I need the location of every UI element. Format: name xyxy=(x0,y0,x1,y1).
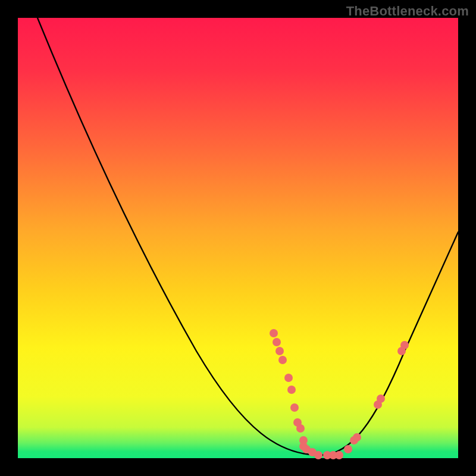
scatter-dot xyxy=(270,329,278,337)
attribution-label: TheBottleneck.com xyxy=(346,4,469,19)
scatter-dot xyxy=(275,347,284,355)
scatter-dots-layer xyxy=(18,18,458,458)
scatter-dot xyxy=(278,356,287,364)
chart-container: TheBottleneck.com xyxy=(0,0,476,476)
scatter-dot xyxy=(273,338,281,346)
scatter-dot xyxy=(284,374,293,382)
scatter-dot xyxy=(296,424,305,433)
scatter-dot xyxy=(353,433,361,441)
scatter-dot xyxy=(290,403,299,412)
scatter-dot xyxy=(377,394,385,403)
scatter-dot xyxy=(344,445,352,453)
scatter-dot xyxy=(400,341,409,349)
plot-area xyxy=(18,18,458,458)
scatter-dot xyxy=(314,451,322,459)
scatter-dot xyxy=(335,451,343,459)
scatter-dot xyxy=(287,386,296,394)
